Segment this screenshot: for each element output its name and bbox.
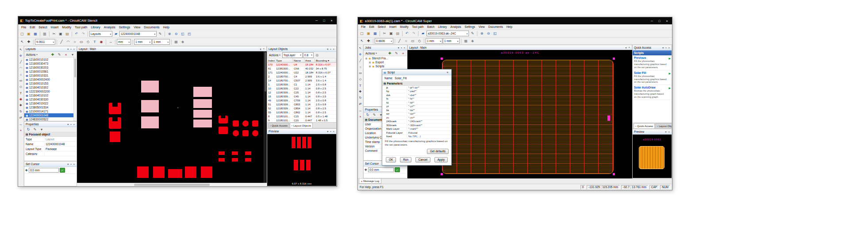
close-icon[interactable]: × xyxy=(403,46,406,49)
save-icon[interactable]: ▦ xyxy=(372,31,378,36)
menu-view[interactable]: View xyxy=(477,25,487,28)
parameter-row-300mark[interactable]: 300mark"-300mark*" xyxy=(382,124,451,127)
cut-icon[interactable]: ✂ xyxy=(381,31,388,36)
polygon-tool-icon[interactable]: ◇ xyxy=(358,77,363,82)
undo-icon[interactable]: ↶ xyxy=(404,31,410,36)
chevron-down-icon[interactable]: ▾ xyxy=(67,123,69,126)
zoom-value-combo[interactable]: 9.0611▾ xyxy=(35,39,55,45)
tree-item-121600030473[interactable]: ▦121600030473 xyxy=(24,62,77,66)
add-job-icon[interactable]: ✚ xyxy=(387,50,393,56)
script-item-title[interactable]: Solar Fill xyxy=(634,71,670,74)
script-item-solar-fill[interactable]: Solar FillFill the photovoltaic manufact… xyxy=(633,70,672,85)
menu-file[interactable]: File xyxy=(359,25,367,28)
move-tool-icon[interactable]: ✚ xyxy=(358,89,363,94)
menu-batch[interactable]: Batch xyxy=(426,25,437,28)
script-item-title[interactable]: Previous xyxy=(634,56,670,59)
parameter-row-fixed[interactable]: fixedNo.7/F(…) xyxy=(382,135,451,139)
pan-icon[interactable]: ✚ xyxy=(26,39,32,45)
draw-line-icon[interactable]: ╱ xyxy=(58,39,65,45)
pointer-icon[interactable]: ↖ xyxy=(19,39,25,45)
paste-icon[interactable]: ▤ xyxy=(64,31,70,37)
table-row[interactable]: 1412180700...C5072.9993.6 x 1.4 xyxy=(267,79,336,83)
draw-rect-icon[interactable]: ▭ xyxy=(78,39,84,45)
parameter-row-mark-layer[interactable]: Mark Layer"-mark*" xyxy=(382,127,451,131)
parameter-row-hp[interactable]: hp"-pad*" xyxy=(382,90,451,94)
run-script-icon[interactable]: ▶ xyxy=(668,86,671,89)
edit-layer-icon[interactable]: ✎ xyxy=(469,31,476,36)
parameter-value[interactable]: "-yz*" xyxy=(407,105,451,108)
parameter-row-jk[interactable]: jk"-jk*/-dx*" xyxy=(382,86,451,90)
menu-select[interactable]: Select xyxy=(37,26,49,29)
menu-edit[interactable]: Edit xyxy=(367,25,376,28)
zoom-value-combo[interactable]: 0.6606▾ xyxy=(375,38,393,44)
property-row-name[interactable]: Name122400001048 xyxy=(24,142,77,147)
layout-canvas[interactable]: + xyxy=(77,51,267,183)
menu-view[interactable]: View xyxy=(132,26,142,29)
cursor-position-input[interactable]: 0;0 mm xyxy=(29,168,59,173)
maximize-button[interactable]: □ xyxy=(321,18,327,23)
search-icon[interactable]: ◎ xyxy=(314,52,320,58)
pin-icon[interactable]: ▪ xyxy=(330,130,331,133)
expand-icon[interactable]: ⊞ xyxy=(365,57,368,60)
table-row[interactable]: 5512180309...C8621.140.8 x 2.5 xyxy=(267,111,336,115)
parameter-value[interactable]: "-300mark*" xyxy=(407,124,451,127)
delete-job-icon[interactable]: × xyxy=(400,50,406,56)
measure-tool-icon[interactable]: ↔ xyxy=(358,108,363,113)
grid-toggle-icon[interactable]: ▦ xyxy=(463,38,469,44)
parameters-group[interactable]: ⊟ Parameters xyxy=(382,81,451,86)
message-log-tab[interactable]: ● Message Log xyxy=(359,179,381,184)
pin-icon[interactable]: ▪ xyxy=(70,48,72,50)
get-defaults-button[interactable]: Get defaults xyxy=(427,149,449,154)
grid-combo[interactable]: 1 mm▾ xyxy=(134,39,152,45)
draw-polygon-icon[interactable]: ◇ xyxy=(85,39,91,45)
line-tool-icon[interactable]: ╱ xyxy=(358,58,363,63)
edit-layout-icon[interactable]: ✎ xyxy=(56,52,62,58)
snap-combo[interactable]: 1 mm▾ xyxy=(152,39,170,45)
tree-item-scripts[interactable]: ⊞▣Scripts xyxy=(364,64,407,68)
parameter-row-dxk[interactable]: dxk"-dxk*" xyxy=(382,93,451,97)
print-icon[interactable]: ▥ xyxy=(42,31,48,37)
circle-tool-icon[interactable]: ○ xyxy=(18,72,23,77)
menu-settings[interactable]: Settings xyxy=(117,26,132,29)
chevron-down-icon[interactable]: ▾ xyxy=(67,162,69,166)
actions-menu[interactable]: Actions▾ xyxy=(25,53,38,56)
delete-tool-icon[interactable]: × xyxy=(358,114,363,119)
menu-library[interactable]: Library xyxy=(89,26,102,29)
table-row[interactable]: 1512180309...C451.140.8 x 2.5 xyxy=(267,95,336,99)
menu-edit[interactable]: Edit xyxy=(28,26,37,29)
tree-item-121604030330[interactable]: ▦121604030330 xyxy=(24,97,77,101)
close-icon[interactable]: × xyxy=(628,46,630,49)
layer-color-icon[interactable]: ▰ xyxy=(113,31,119,37)
vertical-scrollbar[interactable] xyxy=(73,58,77,121)
draw-text-icon[interactable]: T xyxy=(92,39,98,45)
tree-item-export[interactable]: ⊞▣Export xyxy=(364,60,407,64)
table-row[interactable]: 4912180309...C7591.142.5 x 0.8 xyxy=(267,99,336,103)
chevron-down-icon[interactable]: ▾ xyxy=(326,130,329,133)
rotate-tool-icon[interactable]: ↻ xyxy=(358,95,363,100)
menu-settings[interactable]: Settings xyxy=(463,25,477,28)
refresh-icon[interactable]: ↻ xyxy=(365,112,371,118)
open-icon[interactable]: ▣ xyxy=(365,31,372,36)
edit-layer-icon[interactable]: ✎ xyxy=(157,31,163,37)
parameter-row-yz[interactable]: yz"-yz*" xyxy=(382,105,451,109)
script-item-title[interactable]: Solar AutoDraw xyxy=(634,86,670,89)
parameter-value[interactable]: "-zn*" xyxy=(407,116,451,119)
close-icon[interactable]: × xyxy=(332,48,335,50)
table-row[interactable]: 912180101...C200.4471.48 x 0.5 xyxy=(267,119,336,122)
tree-item-121600010153[interactable]: ▦121600010153 xyxy=(24,81,77,85)
table-row[interactable]: 112180309...C11.142.5 x 0.8 xyxy=(267,83,336,87)
tree-item-121604010302[interactable]: ▦121604010302 xyxy=(24,85,77,89)
close-icon[interactable]: × xyxy=(668,46,670,49)
tab-quick-access[interactable]: ▪Quick Access xyxy=(268,123,289,128)
tab-layout-objects[interactable]: ▪Layout Objects xyxy=(655,123,672,128)
new-icon[interactable]: ▢ xyxy=(359,31,365,36)
menu-documents[interactable]: Documents xyxy=(487,25,505,28)
sort-icon[interactable]: ▾ xyxy=(38,127,45,132)
parameter-row-fd[interactable]: fd"-fd*" xyxy=(382,101,451,105)
snap-toggle-icon[interactable]: ◈ xyxy=(469,38,476,44)
actions-menu[interactable]: Actions▾ xyxy=(268,54,281,57)
measure-icon[interactable]: ↔ xyxy=(108,39,114,45)
draw-line-icon[interactable]: ╱ xyxy=(396,38,403,44)
table-row[interactable]: 1212180309...C251.140.8 x 2.5 xyxy=(267,91,336,95)
parameter-row-fs[interactable]: fs"-fs*" xyxy=(382,97,451,101)
